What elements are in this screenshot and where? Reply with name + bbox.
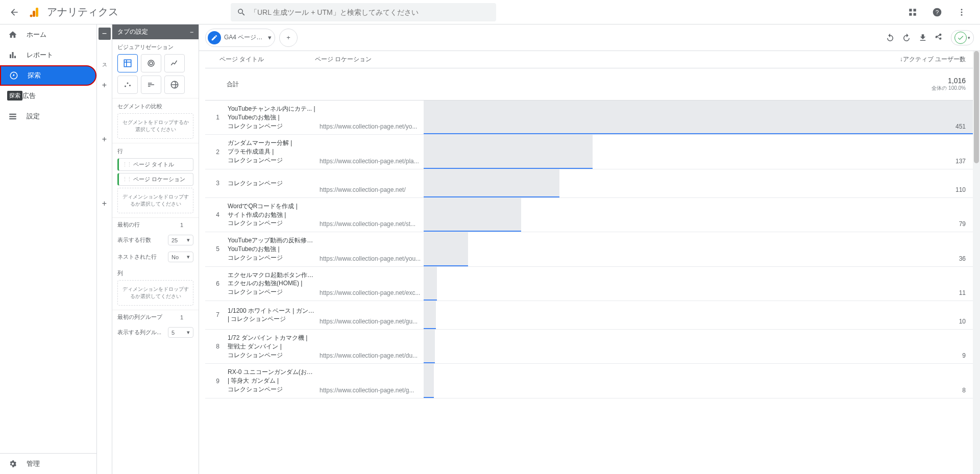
viz-line-icon[interactable] (164, 54, 185, 72)
row-page-location: https://www.collection-page.net/ (317, 169, 424, 197)
row-page-location: https://www.collection-page.net/yo... (317, 101, 424, 134)
svg-rect-16 (9, 114, 16, 115)
add-icon[interactable]: + (97, 68, 112, 102)
show-rows-select[interactable]: 25▾ (168, 235, 193, 245)
viz-donut-icon[interactable] (141, 54, 161, 72)
sidebar-item-label: レポート (27, 51, 53, 60)
row-page-title: 1/1200 ホワイトベース | ガンプラ| コレクションページ (226, 301, 317, 329)
add-tab-button[interactable]: + (279, 29, 298, 47)
dimension-chip-page-location[interactable]: ⋮⋮ページ ロケーション (117, 173, 193, 186)
first-row-label: 最初の行 (117, 221, 140, 229)
svg-point-24 (125, 86, 126, 87)
column-header-page-location[interactable]: ページ ロケーション (315, 55, 425, 64)
add-icon[interactable]: + (97, 187, 112, 220)
status-ok-icon[interactable] (954, 32, 967, 44)
tab-bar: GA4 ページタ... ▾ + ▾ (199, 24, 980, 51)
row-number: 5 (205, 232, 226, 266)
viz-bar-icon[interactable] (141, 76, 161, 94)
chevron-down-icon[interactable]: ▾ (968, 35, 970, 40)
viz-table-icon[interactable] (117, 54, 138, 72)
first-colg-value[interactable]: 1 (180, 314, 193, 320)
search-input[interactable] (250, 8, 490, 16)
row-bar-cell: 9 (424, 330, 980, 363)
row-number: 3 (205, 169, 226, 197)
report-area: GA4 ページタ... ▾ + ▾ ページ タイトル ページ ロケーション ↓ア… (199, 24, 980, 474)
collapse-button[interactable]: − (99, 28, 111, 40)
row-number: 4 (205, 198, 226, 232)
add-icon[interactable]: + (97, 122, 112, 156)
row-value: 36 (959, 255, 966, 262)
sidebar-item-reports[interactable]: レポート (0, 45, 96, 65)
row-number: 6 (205, 267, 226, 301)
chevron-down-icon[interactable]: ▾ (268, 34, 272, 41)
share-icon[interactable] (935, 33, 944, 42)
row-page-title: コレクションページ (226, 169, 317, 197)
table-row[interactable]: 9 RX-0 ユニコーンガンダム(お台場)| 等身大 ガンダム |コレクションペ… (205, 364, 980, 398)
row-value: 79 (959, 220, 966, 228)
gear-icon (8, 459, 18, 468)
table-row[interactable]: 4 WordでQRコードを作成 |サイト作成のお勉強 |コレクションページ ht… (205, 198, 980, 232)
table-row[interactable]: 2 ガンダムマーカー分解 |プラモ作成道具 |コレクションページ https:/… (205, 135, 980, 169)
segment-dropzone[interactable]: セグメントをドロップするか選択してください (117, 113, 193, 139)
sidebar-item-settings[interactable]: 設定 (0, 106, 96, 127)
undo-icon[interactable] (886, 33, 895, 42)
help-icon[interactable]: ? (927, 2, 947, 22)
left-nav: ホーム レポート 探索 探索 広告 設定 管理 (0, 24, 97, 474)
sidebar-item-home[interactable]: ホーム (0, 24, 96, 45)
first-row-value[interactable]: 1 (180, 222, 193, 228)
svg-point-10 (961, 11, 963, 13)
row-value: 9 (962, 352, 966, 359)
download-icon[interactable] (918, 33, 927, 42)
more-icon[interactable] (951, 2, 972, 22)
redo-icon[interactable] (902, 33, 911, 42)
row-page-location: https://www.collection-page.net/g... (317, 364, 424, 397)
collapse-icon[interactable]: − (190, 29, 193, 36)
sidebar-item-label: 探索 (28, 71, 41, 80)
sidebar-item-admin[interactable]: 管理 (0, 454, 96, 474)
row-page-title: YouTubeアップ動画の反転修正... |YouTubeのお勉強 |コレクショ… (226, 232, 317, 266)
home-icon (8, 30, 18, 39)
rows-dropzone[interactable]: ディメンションをドロップするか選択してください (117, 188, 193, 213)
svg-rect-18 (9, 118, 16, 119)
table-row[interactable]: 1 YouTubeチャンネル内にカテ... |YouTubeのお勉強 |コレクシ… (205, 101, 980, 135)
back-button[interactable] (4, 2, 24, 22)
chevron-down-icon: ▾ (187, 254, 190, 260)
table-row[interactable]: 8 1/72 ダンバイン トカマク機 |聖戦士 ダンバイン |コレクションページ… (205, 330, 980, 364)
cols-dropzone[interactable]: ディメンションをドロップするか選択してください (117, 280, 193, 306)
sidebar-item-label: 広告 (22, 91, 36, 101)
sidebar-item-explore[interactable]: 探索 (0, 65, 96, 86)
show-colg-select[interactable]: 5▾ (168, 327, 193, 338)
table-row[interactable]: 3 コレクションページ https://www.collection-page.… (205, 169, 980, 198)
viz-scatter-icon[interactable] (117, 76, 138, 94)
chevron-down-icon: ▾ (187, 237, 190, 243)
report-icon (8, 51, 18, 60)
table-row[interactable]: 5 YouTubeアップ動画の反転修正... |YouTubeのお勉強 |コレク… (205, 232, 980, 266)
data-table: ページ タイトル ページ ロケーション ↓アクティブ ユーザー数 合計 1,01… (199, 51, 980, 474)
viz-geo-icon[interactable] (164, 76, 185, 94)
row-bar-cell: 110 (424, 169, 980, 197)
row-page-title: ガンダムマーカー分解 |プラモ作成道具 |コレクションページ (226, 135, 317, 168)
row-number: 9 (205, 364, 226, 397)
svg-rect-12 (10, 55, 11, 59)
report-tab[interactable]: GA4 ページタ... ▾ (205, 29, 275, 47)
table-row[interactable]: 6 エクセルマクロ起動ボタン作成 |エクセルのお勉強(HOME) |コレクション… (205, 267, 980, 301)
column-header-active-users[interactable]: ↓アクティブ ユーザー数 (425, 55, 980, 64)
row-bar-cell: 79 (424, 198, 980, 232)
grid-switcher-icon[interactable] (902, 2, 923, 22)
column-header-page-title[interactable]: ページ タイトル (205, 55, 315, 64)
search-bar[interactable] (231, 3, 496, 21)
svg-point-23 (150, 62, 153, 65)
viz-label: ビジュアリゼーション (117, 43, 193, 51)
row-value: 8 (962, 387, 966, 394)
row-bar-cell: 11 (424, 267, 980, 301)
svg-rect-3 (909, 9, 912, 11)
scrollbar[interactable] (973, 51, 980, 474)
row-number: 2 (205, 135, 226, 168)
show-colg-label: 表示する列グル... (117, 329, 161, 336)
svg-point-22 (148, 60, 154, 66)
nested-rows-select[interactable]: No▾ (168, 252, 193, 262)
table-row[interactable]: 7 1/1200 ホワイトベース | ガンプラ| コレクションページ https… (205, 301, 980, 330)
dimension-chip-page-title[interactable]: ⋮⋮ページ タイトル (117, 158, 193, 171)
row-value: 110 (955, 186, 966, 193)
svg-point-25 (127, 83, 129, 84)
